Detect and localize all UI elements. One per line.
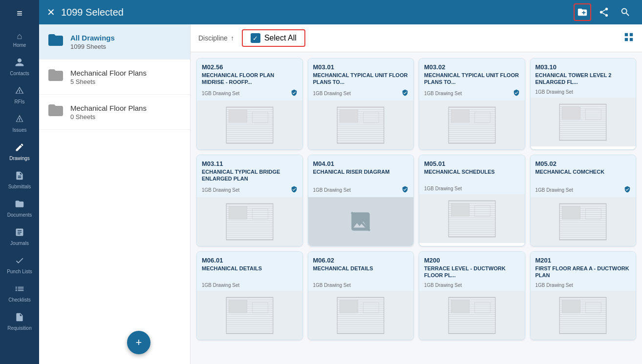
card-header: M03.01 MECHANICAL TYPICAL UNIT FLOOR PLA… <box>308 59 414 101</box>
card-set: 1GB Drawing Set <box>202 283 239 288</box>
card-meta: 1GB Drawing Set <box>424 89 520 98</box>
grid-view-button[interactable] <box>623 32 634 45</box>
toolbar: Discipline ↑ ✓ Select All <box>191 24 642 52</box>
sidebar-item-contacts[interactable]: Contacts <box>0 53 39 81</box>
svg-rect-19 <box>229 109 247 122</box>
sidebar-item-issues[interactable]: Issues <box>0 109 39 138</box>
sidebar-label-issues: Issues <box>13 127 27 133</box>
sidebar-item-journals[interactable]: Journals <box>0 222 39 251</box>
card-thumbnail <box>308 101 414 149</box>
card-code: M03.10 <box>535 63 631 71</box>
sidebar-item-rfis[interactable]: RFIs <box>0 81 39 109</box>
issues-icon <box>15 114 24 125</box>
card-meta: 1GB Drawing Set <box>313 283 409 288</box>
card-meta: 1GB Drawing Set <box>535 89 631 95</box>
folder-name-mech2: Mechanical Floor Plans <box>70 104 182 112</box>
card-set: 1GB Drawing Set <box>424 283 462 288</box>
svg-rect-146 <box>562 206 580 219</box>
card-thumbnail <box>197 291 302 340</box>
folder-sheets-all: 1099 Sheets <box>70 43 182 50</box>
sidebar-label-contacts: Contacts <box>10 71 29 76</box>
card-code: M05.02 <box>535 160 631 167</box>
topbar: ✕ 1099 Selected <box>39 0 642 24</box>
topbar-actions <box>574 3 634 21</box>
card-set: 1GB Drawing Set <box>424 186 462 191</box>
verified-icon <box>291 89 298 98</box>
card-meta: 1GB Drawing Set <box>313 186 409 194</box>
card-meta: 1GB Drawing Set <box>424 283 520 288</box>
card-code: M201 <box>535 257 631 264</box>
svg-rect-230 <box>562 300 580 313</box>
sidebar-label-drawings: Drawings <box>9 156 30 161</box>
folder-mech-floor-1[interactable]: Mechanical Floor Plans 5 Sheets <box>39 60 190 95</box>
folder-info-mech2: Mechanical Floor Plans 0 Sheets <box>70 104 182 121</box>
rfis-icon <box>15 86 24 97</box>
card-title: MECHANICAL COMCHECK <box>535 168 631 184</box>
svg-rect-82 <box>562 106 580 120</box>
select-all-button[interactable]: ✓ Select All <box>242 29 305 47</box>
folder-info-mech1: Mechanical Floor Plans 5 Sheets <box>70 69 182 85</box>
drawing-card[interactable]: M03.11 ECHANICAL TYPICAL BRIDGE ENLARGED… <box>196 155 303 246</box>
sidebar-label-requisition: Requisition <box>7 325 31 331</box>
drawing-card[interactable]: M06.01 MECHANICAL DETAILS 1GB Drawing Se… <box>196 251 303 340</box>
drawing-card[interactable]: M03.01 MECHANICAL TYPICAL UNIT FLOOR PLA… <box>308 58 414 150</box>
drawing-card[interactable]: M02.56 MECHANICAL FLOOR PLAN MIDRISE - R… <box>196 58 303 150</box>
share-button[interactable] <box>595 3 613 21</box>
sidebar-item-drawings[interactable]: Drawings <box>0 138 39 166</box>
documents-icon <box>15 199 24 210</box>
card-meta: 1GB Drawing Set <box>202 186 298 194</box>
folder-mech-floor-2[interactable]: Mechanical Floor Plans 0 Sheets <box>39 95 190 130</box>
card-header: M03.02 MECHANICAL TYPICAL UNIT FLOOR PLA… <box>419 59 525 101</box>
card-title: MECHANICAL DETAILS <box>313 265 409 281</box>
drawing-card[interactable]: M06.02 MECHANICAL DETAILS 1GB Drawing Se… <box>308 251 414 340</box>
card-title: MECHANICAL FLOOR PLAN MIDRISE - ROOFP... <box>202 72 298 87</box>
drawing-card[interactable]: M200 TERRACE LEVEL - DUCTWORK FLOOR PL..… <box>419 251 525 340</box>
card-header: M05.01 MECHANICAL SCHEDULES 1GB Drawing … <box>419 155 525 194</box>
card-set: 1GB Drawing Set <box>313 187 351 193</box>
close-button[interactable]: ✕ <box>47 6 55 18</box>
drawing-card[interactable]: M04.01 ECHANICAL RISER DIAGRAM 1GB Drawi… <box>308 155 414 246</box>
drawing-card[interactable]: M201 FIRST FLOOR AREA A - DUCTWORK PLAN … <box>530 251 637 340</box>
card-header: M03.10 ECHANICAL TOWER LEVEL 2 ENLARGED … <box>531 59 636 98</box>
card-title: MECHANICAL TYPICAL UNIT FLOOR PLANS TO..… <box>424 72 520 87</box>
sidebar-item-checklists[interactable]: Checklists <box>0 279 39 307</box>
sidebar-item-requisition[interactable]: Requisition <box>0 307 39 336</box>
card-set: 1GB Drawing Set <box>313 283 351 288</box>
drawing-card[interactable]: M03.10 ECHANICAL TOWER LEVEL 2 ENLARGED … <box>530 58 637 150</box>
search-button[interactable] <box>617 3 634 21</box>
folder-icon-mech2 <box>47 101 64 122</box>
fab-add-button[interactable]: + <box>127 331 150 354</box>
drawing-card[interactable]: M05.01 MECHANICAL SCHEDULES 1GB Drawing … <box>419 155 525 246</box>
punch-lists-icon <box>15 256 24 267</box>
discipline-filter-button[interactable]: Discipline ↑ <box>198 34 234 42</box>
verified-icon <box>402 89 408 98</box>
card-thumbnail <box>308 291 414 340</box>
folder-add-button[interactable] <box>574 3 591 21</box>
card-code: M05.01 <box>424 160 520 167</box>
sidebar-label-checklists: Checklists <box>8 297 31 303</box>
folder-all-drawings[interactable]: All Drawings 1099 Sheets <box>39 24 190 60</box>
card-title: ECHANICAL TYPICAL BRIDGE ENLARGED PLAN <box>202 168 298 184</box>
drawing-card[interactable]: M03.02 MECHANICAL TYPICAL UNIT FLOOR PLA… <box>419 58 525 150</box>
drawing-card[interactable]: M05.02 MECHANICAL COMCHECK 1GB Drawing S… <box>530 155 637 246</box>
verified-icon <box>291 186 298 194</box>
card-thumbnail <box>419 291 525 340</box>
card-title: MECHANICAL DETAILS <box>202 265 298 281</box>
svg-rect-188 <box>340 300 358 313</box>
checklists-icon <box>15 284 24 295</box>
card-meta: 1GB Drawing Set <box>202 283 298 288</box>
card-code: M03.11 <box>202 160 298 167</box>
discipline-label: Discipline <box>198 34 228 42</box>
card-meta: 1GB Drawing Set <box>535 186 631 194</box>
card-title: FIRST FLOOR AREA A - DUCTWORK PLAN <box>535 265 631 281</box>
card-title: TERRACE LEVEL - DUCTWORK FLOOR PL... <box>424 265 520 281</box>
card-thumbnail <box>419 194 525 243</box>
sidebar-item-punch-lists[interactable]: Punch Lists <box>0 251 39 279</box>
sidebar-item-submittals[interactable]: Submittals <box>0 166 39 194</box>
card-set: 1GB Drawing Set <box>535 187 573 193</box>
card-header: M03.11 ECHANICAL TYPICAL BRIDGE ENLARGED… <box>197 155 302 197</box>
sidebar-item-home[interactable]: ⌂ Home <box>0 27 39 53</box>
card-title: MECHANICAL SCHEDULES <box>424 168 520 184</box>
sidebar-item-documents[interactable]: Documents <box>0 194 39 222</box>
sidebar-menu-button[interactable]: ≡ <box>13 4 26 23</box>
